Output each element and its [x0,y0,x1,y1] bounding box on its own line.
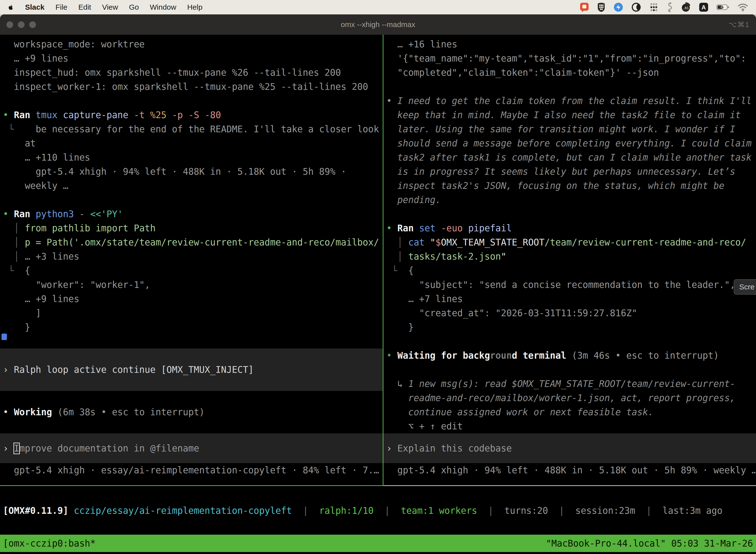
terminal-line: inspect_hud: omx sparkshell --tmux-pane … [0,65,383,80]
ralph-loop-banner: › Ralph loop active continue [OMX_TMUX_I… [0,348,383,391]
tmux-panes: workspace_mode: worktree … +9 lines insp… [0,35,756,486]
terminal-line: "completed","claim_token":"claim-token"}… [383,65,756,80]
terminal-text: inspect task2's JSON, focusing on the st… [386,180,724,191]
terminal-text: { [25,265,30,276]
terminal-line: • I need to get the claim token from the… [383,94,756,108]
terminal-line: weekly … [0,179,383,193]
terminal-line: └ be necessary for the end of the README… [0,122,383,136]
moon-icon[interactable] [631,2,641,12]
terminal-line: gpt-5.4 xhigh · 94% left · 488K in · 5.1… [0,165,383,179]
minimize-window-button[interactable] [18,21,24,28]
terminal-text: "created_at": "2026-03-31T11:59:27.816Z" [386,308,637,319]
suggestion-input[interactable]: › Explain this codebase [383,433,756,463]
terminal-text: mprove documentation in @filename [19,443,199,454]
terminal-text: tasks/task-2.json [408,251,501,262]
menu-item-help[interactable]: Help [187,3,203,11]
terminal-text: └ [3,124,36,134]
terminal-text: ↳ [386,379,408,389]
zoom-window-button[interactable] [29,21,36,28]
status-segment: last:3m ago [663,505,722,516]
terminal-text: cat [408,237,430,248]
terminal-text: inspect_hud: omx sparkshell --tmux-pane … [3,67,341,78]
terminal-line: inspect_worker-1: omx sparkshell --tmux-… [0,80,383,94]
terminal-line: '{"team_name":"my-team","task_id":"1","f… [383,51,756,65]
menu-item-window[interactable]: Window [150,3,176,11]
menu-item-go[interactable]: Go [129,3,139,11]
status-segment: | [374,505,401,516]
terminal-text: roun [490,350,512,361]
terminal-line: } [0,320,383,334]
active-app-name[interactable]: Slack [25,3,44,11]
terminal-text: OMX_TEAM_STATE_ROOT [441,237,545,248]
input-source-icon[interactable]: A [698,2,709,12]
window-title-bar[interactable]: omx --xhigh --madmax ⌥⌘1 [0,14,756,35]
terminal-line: pending. [383,193,756,207]
terminal-line: gpt-5.4 xhigh · essay/ai-reimplementatio… [0,463,383,477]
status-segment: team:1 workers [401,505,477,516]
menu-item-view[interactable]: View [102,3,118,11]
left-terminal-pane[interactable]: workspace_mode: worktree … +9 lines insp… [0,35,383,486]
terminal-text: be necessary for the end of the README. … [36,124,379,134]
terminal-text: { [408,265,414,276]
chat-bubble-icon[interactable] [579,2,589,12]
terminal-text: } [386,322,414,333]
apple-menu-icon[interactable] [7,3,14,11]
terminal-text: /team/review-current-readme-and-reco/ [545,237,746,248]
tmux-status-bar: [omx-cczip0:bash* "MacBook-Pro-44.local"… [0,535,756,552]
svg-text:..61: ..61 [683,6,689,10]
terminal-line: } [383,320,756,334]
wifi-icon[interactable] [737,2,749,12]
terminal-line: gpt-5.4 xhigh · 94% left · 488K in · 5.1… [383,463,756,477]
terminal-line: └ { [383,264,756,278]
terminal-text: %25 [150,110,172,120]
omx-status-area: [OMX#0.11.9] cczip/essay/ai-reimplementa… [0,486,756,535]
terminal-text: -t [134,110,150,120]
terminal-text: Working [14,407,58,418]
terminal-blank-line [0,334,383,348]
close-window-button[interactable] [6,21,13,28]
terminal-text: Ran [14,209,36,219]
blue-flash-icon[interactable] [613,2,624,12]
terminal-line: continue assigned work or next feasible … [383,405,756,419]
terminal-blank-line [0,419,383,433]
terminal-text: … +16 lines [386,39,457,50]
terminal-text: gpt-5.4 xhigh · 94% left · 488K in · 5.1… [3,166,346,177]
terminal-text: '{"team_name":"my-team","task_id":"1","f… [386,53,746,64]
omx-status-line: [OMX#0.11.9] cczip/essay/ai-reimplementa… [0,486,756,516]
terminal-line: • Ran python3 - <<'PY' [0,207,383,221]
terminal-text: should send a message before completing … [386,138,752,149]
tmux-session-label: [omx-cczip0:bash* [3,538,96,549]
right-terminal-pane[interactable]: … +16 lines '{"team_name":"my-team","tas… [383,35,756,486]
terminal-blank-line [0,94,383,108]
macos-menu-bar: Slack FileEditViewGoWindowHelp ..61A [0,0,756,14]
terminal-text: } [3,322,30,333]
status-segment: session:23m [575,505,635,516]
battery-icon[interactable] [716,2,730,12]
terminal-line: workspace_mode: worktree [0,37,383,51]
terminal-text: " [430,237,436,248]
badge-61-icon[interactable]: ..61 [681,2,691,12]
terminal-line: task2 after task1 is complete, but can I… [383,151,756,165]
terminal-line: ↳ 1 new msg(s): read $OMX_TEAM_STATE_ROO… [383,377,756,391]
squiggle-icon[interactable] [666,2,673,12]
grid-shield-icon[interactable] [597,2,606,12]
menu-item-edit[interactable]: Edit [78,3,91,11]
terminal-line: later. Using the same for transition mig… [383,122,756,136]
window-title: omx --xhigh --madmax [341,20,415,29]
terminal-text: › [3,443,14,454]
window-shortcut: ⌥⌘1 [729,20,750,29]
terminal-text: Ralph loop active continue [OMX_TMUX_INJ… [14,365,254,375]
terminal-line: • Ran tmux capture-pane -t %25 -p -S -80 [0,108,383,122]
terminal-text: I need to get the claim token from the c… [397,96,752,106]
terminal-text: capture-pane [63,110,134,120]
status-segment [68,505,74,516]
terminal-text: … +7 lines [386,294,463,304]
dots-grid-icon[interactable] [649,2,659,12]
terminal-blank-line [0,391,383,405]
terminal-line: … +9 lines [0,292,383,306]
prompt-input[interactable]: › Improve documentation in @filename [0,433,383,463]
terminal-text: " [501,251,506,262]
terminal-text: keep that in mind. Maybe I also need the… [386,110,741,120]
terminal-text: "completed","claim_token":"claim-token"}… [386,67,659,78]
menu-item-file[interactable]: File [55,3,67,11]
